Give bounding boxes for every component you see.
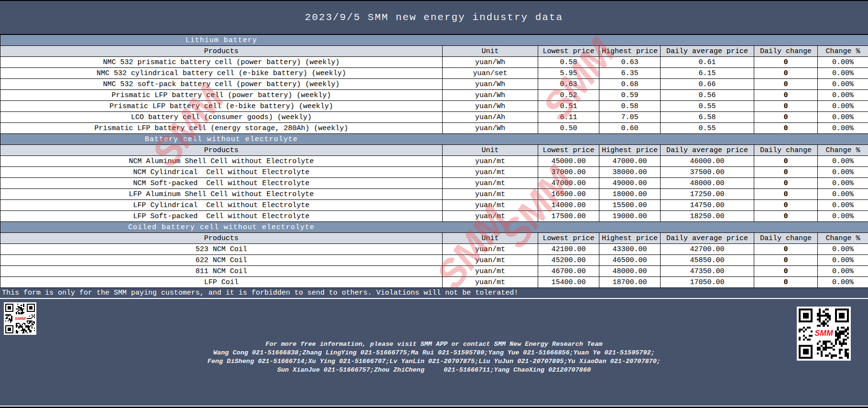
column-header-change: Change %: [818, 233, 868, 244]
unit-cell: yuan/set: [443, 68, 538, 79]
highest-price-cell: 0.59: [599, 90, 661, 101]
table-row: Prismatic LFP battery cell (power batter…: [0, 90, 868, 101]
lowest-price-cell: 17500.00: [538, 211, 599, 222]
daily-change-cell: 0: [754, 277, 818, 288]
highest-price-cell: 18700.00: [599, 277, 661, 288]
product-name-cell: LFP Cylindrical Cell without Electrolyte: [0, 200, 443, 211]
daily-change-cell: 0: [754, 112, 818, 123]
table-row: 622 NCM Coilyuan/mt45200.0046500.0045850…: [0, 255, 868, 266]
section-title: Battery cell without electrolyte: [0, 135, 442, 143]
daily-change-cell: 0: [754, 79, 818, 90]
table-row: NCM Aluminum Shell Cell without Electrol…: [0, 156, 868, 167]
change-pct-cell: 0.00%: [818, 112, 868, 123]
contact-line: Wang Cong 021-51666838;Zhang LingYing 02…: [0, 349, 868, 357]
section-row: Lithium battery: [0, 35, 868, 46]
contact-line: Feng DiSheng 021-51666714;Xu Ying 021-51…: [0, 357, 868, 366]
daily-change-cell: 0: [754, 101, 818, 112]
lowest-price-cell: 47000.00: [538, 178, 599, 189]
unit-cell: yuan/mt: [443, 255, 538, 266]
qr-code-left: SMM: [4, 302, 36, 335]
table-row: NCM Cylindrical Cell without Electrolyte…: [0, 167, 868, 178]
lowest-price-cell: 37000.00: [538, 167, 599, 178]
highest-price-cell: 0.68: [599, 79, 661, 90]
lowest-price-cell: 16500.00: [538, 189, 599, 200]
daily-change-cell: 0: [754, 178, 818, 189]
notice-bar: This form is only for the SMM paying cus…: [0, 288, 868, 299]
product-name-cell: LFP Soft-packed Cell without Electrolyte: [0, 211, 443, 222]
change-pct-cell: 0.00%: [818, 277, 868, 288]
lowest-price-cell: 0.50: [538, 123, 599, 134]
column-header-daily-change: Daily change: [754, 233, 818, 244]
table-row: NCM Soft-packed Cell without Electrolyte…: [0, 178, 868, 189]
product-name-cell: 811 NCM Coil: [0, 266, 443, 277]
price-table: Lithium batteryProductsUnitLowest priceH…: [0, 34, 868, 288]
section-row: Battery cell without electrolyte: [0, 134, 868, 145]
lowest-price-cell: 0.51: [538, 101, 599, 112]
daily-average-price-cell: 37500.00: [661, 167, 754, 178]
table-row: LFP Cylindrical Cell without Electrolyte…: [0, 200, 868, 211]
column-header-lowest-price: Lowest price: [538, 233, 599, 244]
unit-cell: yuan/Ah: [443, 112, 538, 123]
lowest-price-cell: 14000.00: [538, 200, 599, 211]
highest-price-cell: 19000.00: [599, 211, 661, 222]
unit-cell: yuan/mt: [443, 156, 538, 167]
lowest-price-cell: 5.95: [538, 68, 599, 79]
highest-price-cell: 15500.00: [599, 200, 661, 211]
product-name-cell: LCO battery cell (consumer goods) (weekl…: [0, 112, 443, 123]
lowest-price-cell: 45200.00: [538, 255, 599, 266]
column-header-row: ProductsUnitLowest priceHighest priceDai…: [0, 233, 868, 244]
unit-cell: yuan/Wh: [443, 101, 538, 112]
lowest-price-cell: 6.11: [538, 112, 599, 123]
change-pct-cell: 0.00%: [818, 200, 868, 211]
column-header-change: Change %: [818, 46, 868, 57]
unit-cell: yuan/mt: [443, 266, 538, 277]
column-header-unit: Unit: [443, 233, 538, 244]
unit-cell: yuan/Wh: [443, 57, 538, 68]
column-header-highest-price: Highest price: [599, 46, 661, 57]
daily-average-price-cell: 14750.00: [661, 200, 754, 211]
product-name-cell: Prismatic LFP battery cell (power batter…: [0, 90, 443, 101]
daily-change-cell: 0: [754, 156, 818, 167]
change-pct-cell: 0.00%: [818, 167, 868, 178]
unit-cell: yuan/mt: [443, 200, 538, 211]
highest-price-cell: 0.58: [599, 101, 661, 112]
contact-line: For more free information, please visit …: [0, 340, 868, 349]
column-header-highest-price: Highest price: [599, 233, 661, 244]
change-pct-cell: 0.00%: [818, 189, 868, 200]
daily-average-price-cell: 0.61: [661, 57, 754, 68]
table-row: 523 NCM Coilyuan/mt42100.0043300.0042700…: [0, 244, 868, 255]
product-name-cell: NMC 532 cylindrical battery cell (e-bike…: [0, 68, 443, 79]
highest-price-cell: 0.63: [599, 57, 661, 68]
unit-cell: yuan/mt: [443, 189, 538, 200]
qr-smm-logo: SMM: [814, 329, 833, 337]
change-pct-cell: 0.00%: [818, 156, 868, 167]
highest-price-cell: 6.35: [599, 68, 661, 79]
highest-price-cell: 47000.00: [599, 156, 661, 167]
contact-line: Sun XianJue 021-51666757;Zhou ZhiCheng 0…: [0, 366, 868, 375]
table-row: NMC 532 prismatic battery cell (power ba…: [0, 57, 868, 68]
column-header-products: Products: [0, 46, 443, 57]
daily-average-price-cell: 0.56: [661, 90, 754, 101]
change-pct-cell: 0.00%: [818, 90, 868, 101]
lowest-price-cell: 0.58: [538, 57, 599, 68]
product-name-cell: NMC 532 prismatic battery cell (power ba…: [0, 57, 443, 68]
highest-price-cell: 48000.00: [599, 266, 661, 277]
contact-info: For more free information, please visit …: [0, 340, 868, 375]
section-row: Coiled battery cell without electrolyte: [0, 222, 868, 233]
daily-average-price-cell: 42700.00: [661, 244, 754, 255]
daily-average-price-cell: 0.55: [661, 123, 754, 134]
unit-cell: yuan/Wh: [443, 90, 538, 101]
column-header-change: Change %: [818, 145, 868, 156]
daily-average-price-cell: 46000.00: [661, 156, 754, 167]
table-row: LCO battery cell (consumer goods) (weekl…: [0, 112, 868, 123]
daily-change-cell: 0: [754, 211, 818, 222]
lowest-price-cell: 42100.00: [538, 244, 599, 255]
qr-image: SMM: [4, 302, 36, 335]
daily-change-cell: 0: [754, 123, 818, 134]
column-header-daily-change: Daily change: [754, 145, 818, 156]
lowest-price-cell: 45000.00: [538, 156, 599, 167]
column-header-row: ProductsUnitLowest priceHighest priceDai…: [0, 46, 868, 57]
section-header-lithium-battery: Lithium battery: [0, 35, 868, 46]
column-header-highest-price: Highest price: [599, 145, 661, 156]
table-row: NMC 532 cylindrical battery cell (e-bike…: [0, 68, 868, 79]
